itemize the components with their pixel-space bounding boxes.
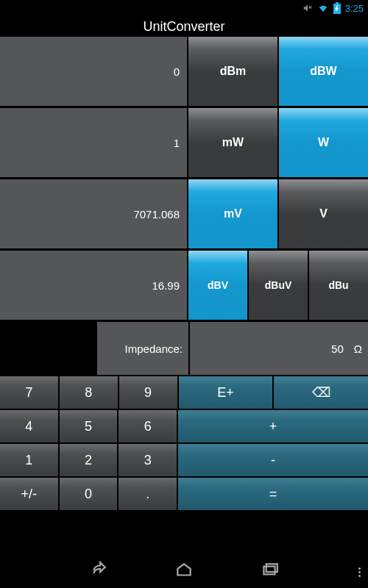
key-1[interactable]: 1: [0, 444, 58, 476]
key-dot[interactable]: .: [118, 478, 177, 510]
status-bar: 3:25: [0, 0, 368, 16]
key-8[interactable]: 8: [60, 376, 118, 409]
row-watt: 1 mW W: [0, 108, 368, 177]
nav-bar: [0, 556, 368, 588]
impedance-spacer: [0, 322, 96, 375]
impedance-label: Impedance:: [97, 322, 188, 375]
svg-rect-3: [336, 2, 339, 4]
conversion-rows: 0 dBm dBW 1 mW W 7071.068 mV V 16.99 dBV…: [0, 37, 368, 375]
recents-icon[interactable]: [260, 561, 279, 583]
unit-mv[interactable]: mV: [188, 179, 277, 248]
unit-w[interactable]: W: [279, 108, 368, 177]
unit-v[interactable]: V: [279, 179, 368, 248]
row-dbv: 16.99 dBV dBuV dBu: [0, 251, 368, 320]
unit-group-volt: mV V: [188, 179, 368, 248]
unit-mw[interactable]: mW: [188, 108, 277, 177]
key-4[interactable]: 4: [0, 410, 58, 442]
value-volt[interactable]: 7071.068: [0, 179, 187, 248]
key-backspace[interactable]: ⌫: [274, 376, 368, 409]
unit-dbw[interactable]: dBW: [279, 37, 368, 106]
key-2[interactable]: 2: [60, 444, 118, 476]
battery-icon: [333, 2, 341, 14]
key-0[interactable]: 0: [60, 478, 118, 510]
impedance-unit: Ω: [354, 343, 362, 355]
value-watt[interactable]: 1: [0, 108, 187, 177]
key-3[interactable]: 3: [118, 444, 177, 476]
unit-group-dbm: dBm dBW: [188, 37, 368, 106]
key-plus[interactable]: +: [178, 410, 368, 442]
value-dbv[interactable]: 16.99: [0, 251, 187, 320]
key-9[interactable]: 9: [119, 376, 177, 409]
mute-icon: [302, 3, 313, 13]
back-icon[interactable]: [89, 561, 108, 583]
unit-group-watt: mW W: [188, 108, 368, 177]
home-icon[interactable]: [174, 561, 194, 583]
impedance-value-cell[interactable]: 50 Ω: [190, 322, 368, 375]
impedance-value: 50: [331, 343, 344, 355]
overflow-icon[interactable]: [358, 556, 361, 588]
unit-dbuv[interactable]: dBuV: [249, 251, 308, 320]
key-6[interactable]: 6: [118, 410, 177, 442]
key-eplus[interactable]: E+: [179, 376, 273, 409]
row-volt: 7071.068 mV V: [0, 179, 368, 248]
key-plusminus[interactable]: +/-: [0, 478, 58, 510]
key-equals[interactable]: =: [178, 478, 368, 510]
keypad: 7 8 9 E+ ⌫ 4 5 6 + 1 2 3 - +/- 0 . =: [0, 376, 368, 510]
key-5[interactable]: 5: [60, 410, 118, 442]
value-dbm[interactable]: 0: [0, 37, 187, 106]
unit-group-dbv: dBV dBuV dBu: [188, 251, 368, 320]
unit-dbm[interactable]: dBm: [188, 37, 277, 106]
app-title: UnitConverter: [0, 16, 368, 37]
row-impedance: Impedance: 50 Ω: [0, 322, 368, 375]
row-dbm: 0 dBm dBW: [0, 37, 368, 106]
unit-dbu[interactable]: dBu: [309, 251, 368, 320]
key-7[interactable]: 7: [0, 376, 58, 409]
wifi-icon: [317, 3, 329, 13]
unit-dbv[interactable]: dBV: [188, 251, 247, 320]
clock-text: 3:25: [345, 3, 364, 14]
key-minus[interactable]: -: [178, 444, 368, 476]
